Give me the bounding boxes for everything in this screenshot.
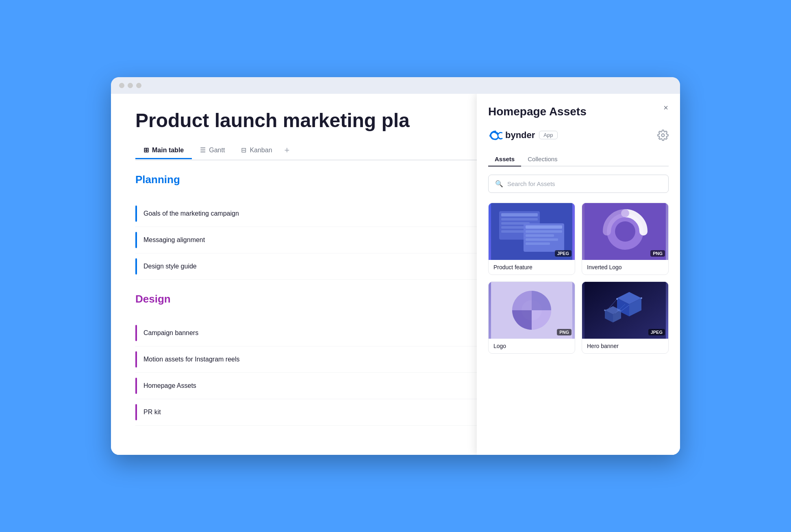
svg-point-63 [616,298,618,300]
close-button[interactable]: × [660,102,672,114]
asset-name: Logo [489,339,575,353]
bynder-logo: bynder [488,128,535,143]
row-indicator [135,351,137,368]
kanban-icon: ⊟ [241,146,246,154]
tab-add-button[interactable]: + [280,141,294,160]
browser-window: Product launch marketing pla ⊞ Main tabl… [111,77,680,455]
assets-grid: JPEG Product feature [488,203,669,354]
right-panel: × Homepage Assets bynd [477,94,680,455]
app-header: bynder App [488,128,669,143]
browser-dot-3 [136,83,141,88]
row-indicator [135,232,137,248]
svg-rect-36 [501,213,538,216]
app-brand: bynder App [488,128,558,143]
bynder-icon [488,128,503,143]
search-box[interactable]: 🔍 Search for Assets [488,175,669,193]
svg-rect-43 [526,230,562,233]
asset-thumb: PNG [489,282,575,339]
tab-main-table[interactable]: ⊞ Main table [135,142,192,159]
svg-rect-46 [526,242,550,245]
row-indicator [135,325,137,341]
browser-dot-2 [128,83,133,88]
app-badge: App [539,131,557,139]
search-icon: 🔍 [495,180,503,188]
panel-tab-collections[interactable]: Collections [521,152,564,167]
svg-point-64 [641,297,642,299]
panel-tabs: Assets Collections [488,152,669,167]
asset-name: Inverted Logo [582,260,668,275]
asset-card[interactable]: PNG Inverted Logo [582,203,669,275]
asset-card[interactable]: PNG Logo [488,281,575,354]
asset-thumb: JPEG [489,203,575,260]
bynder-name: bynder [505,130,535,141]
browser-dot-1 [119,83,124,88]
svg-rect-42 [526,225,562,229]
asset-name: Hero banner [582,339,668,353]
svg-rect-40 [501,230,526,233]
svg-rect-37 [501,218,538,221]
row-indicator [135,258,137,275]
app-container: Product launch marketing pla ⊞ Main tabl… [111,94,680,455]
row-indicator [135,205,137,222]
asset-name: Product feature [489,260,575,275]
panel-title: Homepage Assets [488,105,652,118]
asset-type-badge: JPEG [555,250,572,257]
settings-icon[interactable] [657,130,669,141]
row-indicator [135,378,137,394]
grid-icon: ⊞ [143,146,149,154]
tab-gantt[interactable]: ☰ Gantt [192,142,233,159]
svg-rect-45 [526,238,558,241]
browser-bar [111,77,680,94]
asset-thumb: JPEG [582,282,668,339]
asset-type-badge: JPEG [648,329,665,335]
svg-rect-44 [526,234,554,237]
asset-card[interactable]: JPEG Product feature [488,203,575,275]
row-indicator [135,404,137,420]
svg-point-49 [615,221,635,242]
asset-type-badge: PNG [650,250,665,257]
gantt-icon: ☰ [200,146,206,154]
svg-point-65 [604,309,606,311]
svg-point-33 [662,134,665,136]
asset-type-badge: PNG [557,329,572,335]
panel-tab-assets[interactable]: Assets [488,152,521,167]
asset-card[interactable]: JPEG Hero banner [582,281,669,354]
tab-kanban[interactable]: ⊟ Kanban [233,142,280,159]
asset-thumb: PNG [582,203,668,260]
search-placeholder: Search for Assets [507,180,555,187]
